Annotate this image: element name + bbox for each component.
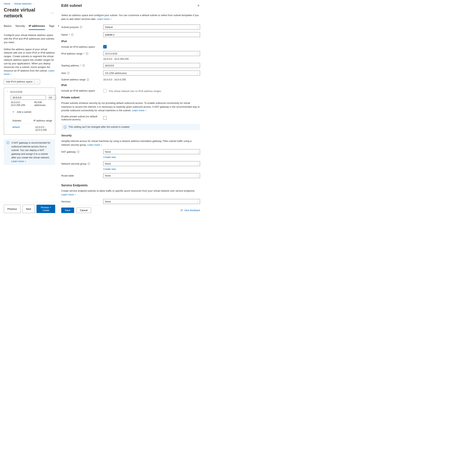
label-route-table: Route table (61, 174, 74, 177)
add-ipv4-space-button[interactable]: Add IPv4 address space ⌄ (4, 79, 40, 84)
panel-description: Select an address space and configure yo… (61, 14, 200, 21)
save-button[interactable]: Save (61, 208, 74, 213)
address-space-title: 10.0.0.0/16 (10, 90, 22, 93)
info-icon: i (7, 141, 9, 144)
chevron-right-icon: › (33, 2, 34, 5)
cancel-button[interactable]: Cancel (76, 208, 91, 213)
address-range-text: 10.0.0.0 - 10.0.255.255 (11, 101, 34, 107)
info-icon[interactable]: i (82, 64, 85, 67)
label-name: Name (61, 33, 68, 36)
chevron-right-icon: › (12, 2, 13, 5)
label-size: Size (61, 72, 66, 74)
info-icon[interactable]: i (86, 52, 88, 55)
ipv4-range-hint: 10.0.0.0 - 10.0.255.255 (103, 58, 200, 60)
label-subnet-range: Subnet address range (61, 78, 85, 81)
chevron-up-icon[interactable]: ⌃ (7, 91, 8, 93)
private-subnet-info: i This setting can't be changed after th… (61, 124, 200, 130)
add-subnet-button[interactable]: ＋ Add a subnet (4, 107, 55, 116)
chevron-down-icon: ⌄ (197, 53, 198, 55)
info-icon[interactable]: i (87, 78, 89, 81)
col-subnets: Subnets (12, 119, 21, 122)
learn-more-link[interactable]: Learn more (87, 144, 102, 146)
learn-more-link[interactable]: Learn more (97, 18, 112, 21)
tab-ip-addresses[interactable]: IP addresses (29, 24, 45, 30)
private-subnet-desc: Private subnets enhance security by not … (61, 101, 200, 112)
nsg-select[interactable]: None⌄ (103, 161, 200, 166)
learn-more-link[interactable]: Learn more (11, 160, 26, 163)
close-icon[interactable]: ✕ (197, 3, 200, 8)
breadcrumb: Home › Virtual networks › (4, 2, 55, 6)
info-icon: i (64, 126, 67, 129)
tab-security[interactable]: Security (15, 24, 25, 30)
subnet-link-default[interactable]: default (12, 126, 20, 131)
plus-icon: ＋ (12, 110, 15, 114)
chevron-down-icon: ⌄ (197, 72, 198, 74)
page-title: Create virtual network (4, 7, 47, 19)
tab-basics[interactable]: Basics (4, 24, 12, 30)
label-enable-private: Enable private subnet (no default outbou… (61, 115, 103, 122)
subnet-range-value: 10.0.0.0 - 10.0.0.255 (103, 78, 200, 81)
services-select[interactable]: None⌄ (103, 199, 200, 204)
chevron-down-icon: ⌄ (36, 81, 38, 83)
panel-title: Edit subnet (61, 3, 82, 8)
section-private-subnet: Private subnet (61, 96, 200, 99)
chevron-down-icon: ⌄ (197, 163, 198, 165)
section-service-endpoints: Service Endpoints (61, 184, 200, 187)
panel-footer: Save Cancel Give feedback (61, 205, 200, 215)
address-space-prefix-select[interactable]: /16⌄ (48, 95, 56, 100)
feedback-icon (181, 209, 183, 212)
desc-line-2: Define the address space of your virtual… (4, 48, 55, 76)
label-starting-address: Starting address (61, 64, 79, 67)
label-nsg: Network security group (61, 162, 86, 165)
desc-line-1: Configure your virtual network address s… (4, 34, 55, 44)
enable-private-checkbox[interactable] (103, 116, 107, 120)
learn-more-link[interactable]: Learn more (132, 109, 147, 112)
svg-point-0 (181, 209, 182, 210)
label-include-ipv4: Include an IPv4 address space (61, 45, 95, 48)
review-create-button[interactable]: Review + create (36, 205, 55, 213)
more-menu-icon[interactable]: ⋯ (50, 11, 55, 15)
include-ipv6-checkbox (103, 89, 107, 93)
ipv4-range-select[interactable]: 10.0.0.0/16⌄ (103, 51, 200, 56)
section-security: Security (61, 134, 200, 137)
include-ipv4-checkbox[interactable]: ✓ (103, 45, 107, 48)
route-table-select[interactable]: None⌄ (103, 173, 200, 178)
nat-info-banner: i A NAT gateway is recommended for outbo… (4, 139, 55, 165)
info-icon[interactable]: i (67, 72, 70, 74)
chevron-down-icon: ⌄ (197, 175, 198, 177)
info-icon[interactable]: i (88, 163, 90, 165)
section-ipv4: IPv4 (61, 40, 200, 43)
give-feedback-link[interactable]: Give feedback (181, 209, 200, 212)
chevron-down-icon: ⌄ (197, 201, 198, 203)
tabs: Basics Security IP addresses Tags Review… (4, 24, 55, 30)
label-subnet-purpose: Subnet purpose (61, 26, 79, 29)
learn-more-link[interactable]: Learn more (61, 193, 76, 196)
info-icon[interactable]: i (77, 151, 79, 153)
subnet-name-input[interactable] (103, 32, 200, 37)
label-include-ipv6: Include an IPv6 address space (61, 89, 95, 92)
nat-gateway-select[interactable]: None⌄ (103, 149, 200, 154)
ipv6-disabled-hint: This virtual network has no IPv6 address… (108, 90, 162, 93)
create-nsg-link[interactable]: Create new (103, 168, 200, 170)
chevron-down-icon: ⌄ (197, 151, 198, 153)
breadcrumb-home[interactable]: Home (4, 2, 10, 5)
label-services: Services (61, 200, 71, 203)
label-nat-gateway: NAT gateway (61, 150, 76, 153)
size-select[interactable]: /24 (256 addresses)⌄ (103, 71, 200, 75)
subnet-purpose-select[interactable]: Default⌄ (103, 25, 200, 29)
address-space-card: ⌃ 10.0.0.0/16 /16⌄ 10.0.0.0 - 10.0.255.2… (4, 88, 55, 135)
breadcrumb-vnets[interactable]: Virtual networks (14, 2, 31, 5)
previous-button[interactable]: Previous (4, 205, 21, 213)
address-space-input[interactable] (11, 95, 46, 100)
col-ip-range: IP address range (34, 119, 52, 122)
subnet-range-text: 10.0.0.0 - 10.0.0.255 (35, 126, 52, 131)
starting-address-input[interactable] (103, 63, 200, 68)
label-ipv4-range: IPv4 address range (61, 52, 83, 55)
create-nat-link[interactable]: Create new (103, 156, 200, 159)
info-icon[interactable]: i (71, 34, 74, 36)
tab-tags[interactable]: Tags (49, 24, 54, 30)
next-button[interactable]: Next (22, 205, 35, 213)
wizard-footer: Previous Next Review + create (0, 202, 59, 215)
endpoints-desc: Create service endpoint policies to allo… (61, 189, 200, 196)
info-icon[interactable]: i (80, 26, 82, 28)
